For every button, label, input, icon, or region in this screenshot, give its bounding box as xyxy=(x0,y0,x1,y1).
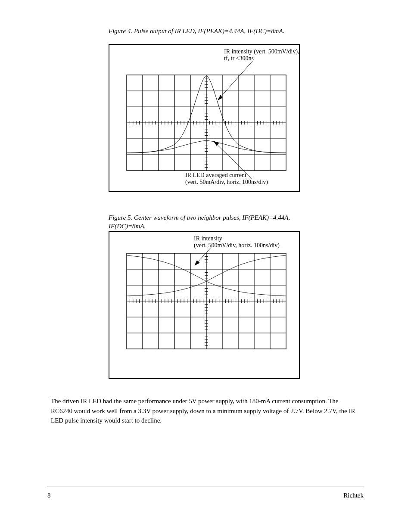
footer-rule xyxy=(47,486,364,486)
fig1-scope xyxy=(109,45,299,191)
page: Figure 4. Pulse output of IR LED, IF(PEA… xyxy=(0,0,411,532)
fig2-scope xyxy=(109,232,299,378)
footer-brand: Richtek xyxy=(343,492,364,499)
fig2-label: IR intensity (vert. 500mV/div, horiz. 10… xyxy=(194,235,280,249)
svg-line-79 xyxy=(218,61,252,100)
svg-marker-163 xyxy=(195,261,199,265)
fig1-label-top: IR intensity (vert. 500mV/div), tf, tr <… xyxy=(224,48,299,62)
fig1-caption: Figure 4. Pulse output of IR LED, IF(PEA… xyxy=(109,27,298,35)
fig1-label-bottom: IR LED averaged current (vert. 50mA/div,… xyxy=(185,172,268,186)
fig2-pointer xyxy=(195,246,212,265)
footer-page-number: 8 xyxy=(47,492,51,499)
fig1-frame xyxy=(109,44,300,192)
fig2-frame xyxy=(109,231,300,379)
fig2-caption: Figure 5. Center waveform of two neighbo… xyxy=(109,213,298,231)
svg-marker-82 xyxy=(214,141,219,146)
body-paragraph: The driven IR LED had the same performan… xyxy=(51,396,361,426)
fig1-pointer-top xyxy=(218,61,252,100)
